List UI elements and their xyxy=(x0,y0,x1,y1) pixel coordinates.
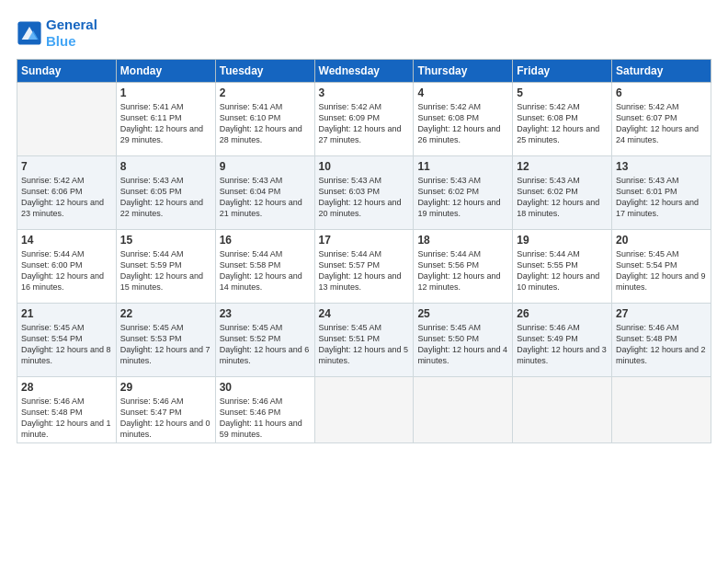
weekday-header-saturday: Saturday xyxy=(612,60,711,83)
calendar-day-cell: 26Sunrise: 5:46 AM Sunset: 5:49 PM Dayli… xyxy=(513,304,612,377)
calendar-week-row: 7Sunrise: 5:42 AM Sunset: 6:06 PM Daylig… xyxy=(17,156,711,230)
day-number: 8 xyxy=(120,160,211,173)
logo-blue: Blue xyxy=(46,33,76,49)
day-number: 2 xyxy=(220,86,311,99)
calendar-day-cell: 17Sunrise: 5:44 AM Sunset: 5:57 PM Dayli… xyxy=(314,230,414,304)
day-number: 16 xyxy=(220,234,311,247)
calendar-day-cell: 22Sunrise: 5:45 AM Sunset: 5:53 PM Dayli… xyxy=(116,304,215,377)
calendar-day-cell: 6Sunrise: 5:42 AM Sunset: 6:07 PM Daylig… xyxy=(612,83,711,156)
day-number: 22 xyxy=(120,307,211,320)
day-number: 27 xyxy=(616,307,707,320)
day-info: Sunrise: 5:43 AM Sunset: 6:03 PM Dayligh… xyxy=(319,175,410,220)
logo: General Blue xyxy=(17,17,97,50)
day-info: Sunrise: 5:45 AM Sunset: 5:51 PM Dayligh… xyxy=(319,322,410,367)
day-info: Sunrise: 5:43 AM Sunset: 6:05 PM Dayligh… xyxy=(120,175,211,220)
calendar-day-cell: 19Sunrise: 5:44 AM Sunset: 5:55 PM Dayli… xyxy=(513,230,612,304)
calendar-day-cell: 23Sunrise: 5:45 AM Sunset: 5:52 PM Dayli… xyxy=(215,304,314,377)
day-number: 5 xyxy=(517,86,608,99)
day-info: Sunrise: 5:45 AM Sunset: 5:52 PM Dayligh… xyxy=(220,322,311,367)
day-info: Sunrise: 5:44 AM Sunset: 5:59 PM Dayligh… xyxy=(120,248,211,293)
day-number: 19 xyxy=(517,234,608,247)
day-number: 20 xyxy=(616,234,707,247)
calendar-day-cell: 29Sunrise: 5:46 AM Sunset: 5:47 PM Dayli… xyxy=(116,377,215,443)
calendar-day-cell: 14Sunrise: 5:44 AM Sunset: 6:00 PM Dayli… xyxy=(17,230,117,304)
day-number: 11 xyxy=(417,160,508,173)
day-info: Sunrise: 5:43 AM Sunset: 6:04 PM Dayligh… xyxy=(220,175,311,220)
calendar-day-cell: 2Sunrise: 5:41 AM Sunset: 6:10 PM Daylig… xyxy=(215,83,314,156)
day-number: 26 xyxy=(517,307,608,320)
weekday-header-monday: Monday xyxy=(116,60,215,83)
calendar-day-cell xyxy=(17,83,117,156)
weekday-header-tuesday: Tuesday xyxy=(215,60,314,83)
calendar-day-cell: 1Sunrise: 5:41 AM Sunset: 6:11 PM Daylig… xyxy=(116,83,215,156)
day-info: Sunrise: 5:44 AM Sunset: 5:57 PM Dayligh… xyxy=(319,248,410,293)
calendar-day-cell: 28Sunrise: 5:46 AM Sunset: 5:48 PM Dayli… xyxy=(17,377,117,443)
day-number: 3 xyxy=(319,86,410,99)
logo-general: General xyxy=(46,17,97,32)
calendar-day-cell: 25Sunrise: 5:45 AM Sunset: 5:50 PM Dayli… xyxy=(414,304,513,377)
calendar-day-cell xyxy=(513,377,612,443)
day-number: 15 xyxy=(120,234,211,247)
day-number: 9 xyxy=(220,160,311,173)
calendar-day-cell: 18Sunrise: 5:44 AM Sunset: 5:56 PM Dayli… xyxy=(414,230,513,304)
day-number: 24 xyxy=(319,307,410,320)
day-info: Sunrise: 5:43 AM Sunset: 6:02 PM Dayligh… xyxy=(417,175,508,220)
day-info: Sunrise: 5:45 AM Sunset: 5:54 PM Dayligh… xyxy=(21,322,112,367)
calendar-day-cell: 5Sunrise: 5:42 AM Sunset: 6:08 PM Daylig… xyxy=(513,83,612,156)
day-info: Sunrise: 5:44 AM Sunset: 5:56 PM Dayligh… xyxy=(417,248,508,293)
calendar-day-cell: 16Sunrise: 5:44 AM Sunset: 5:58 PM Dayli… xyxy=(215,230,314,304)
day-number: 23 xyxy=(220,307,311,320)
day-info: Sunrise: 5:44 AM Sunset: 5:55 PM Dayligh… xyxy=(517,248,608,293)
calendar-day-cell: 10Sunrise: 5:43 AM Sunset: 6:03 PM Dayli… xyxy=(314,156,414,230)
calendar-day-cell xyxy=(414,377,513,443)
day-info: Sunrise: 5:42 AM Sunset: 6:07 PM Dayligh… xyxy=(616,101,707,146)
day-info: Sunrise: 5:41 AM Sunset: 6:10 PM Dayligh… xyxy=(220,101,311,146)
day-info: Sunrise: 5:46 AM Sunset: 5:49 PM Dayligh… xyxy=(517,322,608,367)
weekday-header-sunday: Sunday xyxy=(17,60,117,83)
day-number: 13 xyxy=(616,160,707,173)
calendar-day-cell: 15Sunrise: 5:44 AM Sunset: 5:59 PM Dayli… xyxy=(116,230,215,304)
day-number: 28 xyxy=(21,381,112,394)
calendar-table: SundayMondayTuesdayWednesdayThursdayFrid… xyxy=(17,59,711,443)
day-number: 1 xyxy=(120,86,211,99)
day-number: 21 xyxy=(21,307,112,320)
calendar-week-row: 1Sunrise: 5:41 AM Sunset: 6:11 PM Daylig… xyxy=(17,83,711,156)
header: General Blue xyxy=(17,17,711,50)
day-number: 12 xyxy=(517,160,608,173)
day-info: Sunrise: 5:45 AM Sunset: 5:54 PM Dayligh… xyxy=(616,248,707,293)
day-number: 17 xyxy=(319,234,410,247)
calendar-day-cell: 9Sunrise: 5:43 AM Sunset: 6:04 PM Daylig… xyxy=(215,156,314,230)
day-info: Sunrise: 5:44 AM Sunset: 6:00 PM Dayligh… xyxy=(21,248,112,293)
calendar-day-cell: 27Sunrise: 5:46 AM Sunset: 5:48 PM Dayli… xyxy=(612,304,711,377)
day-info: Sunrise: 5:46 AM Sunset: 5:48 PM Dayligh… xyxy=(21,396,112,441)
logo-icon xyxy=(17,20,42,46)
day-info: Sunrise: 5:45 AM Sunset: 5:53 PM Dayligh… xyxy=(120,322,211,367)
calendar-day-cell: 21Sunrise: 5:45 AM Sunset: 5:54 PM Dayli… xyxy=(17,304,117,377)
weekday-header-wednesday: Wednesday xyxy=(314,60,414,83)
day-number: 7 xyxy=(21,160,112,173)
calendar-day-cell: 11Sunrise: 5:43 AM Sunset: 6:02 PM Dayli… xyxy=(414,156,513,230)
weekday-header-thursday: Thursday xyxy=(414,60,513,83)
calendar-day-cell: 8Sunrise: 5:43 AM Sunset: 6:05 PM Daylig… xyxy=(116,156,215,230)
day-info: Sunrise: 5:46 AM Sunset: 5:48 PM Dayligh… xyxy=(616,322,707,367)
day-info: Sunrise: 5:43 AM Sunset: 6:01 PM Dayligh… xyxy=(616,175,707,220)
day-number: 14 xyxy=(21,234,112,247)
page: General Blue SundayMondayTuesdayWednesda… xyxy=(0,0,728,563)
day-info: Sunrise: 5:44 AM Sunset: 5:58 PM Dayligh… xyxy=(220,248,311,293)
day-number: 6 xyxy=(616,86,707,99)
calendar-day-cell: 3Sunrise: 5:42 AM Sunset: 6:09 PM Daylig… xyxy=(314,83,414,156)
calendar-day-cell: 20Sunrise: 5:45 AM Sunset: 5:54 PM Dayli… xyxy=(612,230,711,304)
day-info: Sunrise: 5:42 AM Sunset: 6:08 PM Dayligh… xyxy=(517,101,608,146)
calendar-week-row: 14Sunrise: 5:44 AM Sunset: 6:00 PM Dayli… xyxy=(17,230,711,304)
day-info: Sunrise: 5:45 AM Sunset: 5:50 PM Dayligh… xyxy=(417,322,508,367)
day-number: 30 xyxy=(220,381,311,394)
weekday-header-friday: Friday xyxy=(513,60,612,83)
day-number: 4 xyxy=(417,86,508,99)
calendar-day-cell: 4Sunrise: 5:42 AM Sunset: 6:08 PM Daylig… xyxy=(414,83,513,156)
day-info: Sunrise: 5:46 AM Sunset: 5:47 PM Dayligh… xyxy=(120,396,211,441)
calendar-day-cell: 13Sunrise: 5:43 AM Sunset: 6:01 PM Dayli… xyxy=(612,156,711,230)
day-number: 10 xyxy=(319,160,410,173)
day-number: 29 xyxy=(120,381,211,394)
day-info: Sunrise: 5:42 AM Sunset: 6:09 PM Dayligh… xyxy=(319,101,410,146)
calendar-day-cell: 30Sunrise: 5:46 AM Sunset: 5:46 PM Dayli… xyxy=(215,377,314,443)
